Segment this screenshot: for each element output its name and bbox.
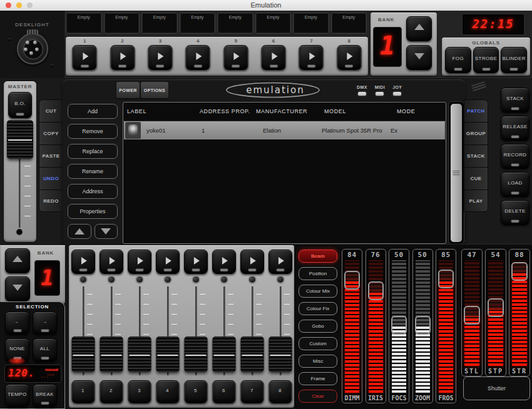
parameter-meter[interactable]: 88 STR bbox=[509, 249, 530, 376]
group-colour-mix-button[interactable]: Colour Mix bbox=[299, 285, 337, 298]
preset-empty-button[interactable]: Empty bbox=[255, 13, 292, 34]
strip-knob[interactable] bbox=[136, 276, 143, 283]
strip-fader-handle[interactable] bbox=[184, 336, 207, 372]
scroll-down-button[interactable] bbox=[95, 224, 118, 239]
strip-knob[interactable] bbox=[193, 276, 199, 283]
strip-number-button[interactable]: 3 bbox=[128, 380, 151, 403]
strip-fader-handle[interactable] bbox=[212, 336, 235, 372]
strip-play-button[interactable] bbox=[71, 250, 95, 274]
scroll-up-button[interactable] bbox=[68, 224, 91, 239]
meter-fader-handle[interactable] bbox=[344, 271, 360, 290]
strip-play-button[interactable] bbox=[184, 250, 208, 274]
patch-row-selected[interactable]: yoke01 1 Elation Platinum Spot 35R Pro E… bbox=[124, 121, 445, 139]
options-button[interactable]: OPTIONS bbox=[141, 82, 168, 98]
select-previous-button[interactable]: ← bbox=[5, 311, 29, 335]
meter-fader-handle[interactable] bbox=[511, 262, 528, 281]
parameter-meter[interactable]: 76 IRIS bbox=[366, 249, 386, 403]
play-button[interactable] bbox=[262, 45, 286, 70]
meter-fader-handle[interactable] bbox=[391, 316, 407, 335]
preset-empty-button[interactable]: Empty bbox=[104, 13, 140, 34]
strip-fader-handle[interactable] bbox=[100, 336, 123, 372]
bank-up-button[interactable] bbox=[406, 16, 432, 41]
strip-play-button[interactable] bbox=[156, 250, 180, 274]
tab-patch[interactable]: PATCH bbox=[464, 99, 488, 122]
meter-fader-handle[interactable] bbox=[464, 306, 480, 325]
strip-fader-handle[interactable] bbox=[71, 336, 95, 372]
select-all-button[interactable]: ALL bbox=[33, 338, 57, 362]
strip-number-button[interactable]: 2 bbox=[100, 380, 123, 403]
strip-play-button[interactable] bbox=[269, 250, 292, 274]
strip-knob[interactable] bbox=[249, 276, 255, 283]
group-gobo-button[interactable]: Gobo bbox=[299, 320, 337, 333]
bank-down-button[interactable] bbox=[406, 45, 432, 70]
group-custom-button[interactable]: Custom bbox=[299, 337, 337, 350]
meter-fader-handle[interactable] bbox=[438, 270, 454, 288]
play-button[interactable] bbox=[337, 45, 361, 70]
play-button[interactable] bbox=[73, 45, 97, 70]
meter-fader-handle[interactable] bbox=[488, 298, 504, 317]
patch-action-button[interactable]: Properties bbox=[68, 204, 118, 219]
side-hard-button[interactable]: STACK bbox=[501, 88, 529, 113]
strip-number-button[interactable]: 1 bbox=[71, 380, 95, 403]
group-frame-button[interactable]: Frame bbox=[299, 372, 337, 385]
select-next-button[interactable]: → bbox=[33, 311, 57, 335]
patch-table-scrollbar[interactable] bbox=[448, 101, 464, 245]
strip-number-button[interactable]: 8 bbox=[269, 380, 292, 403]
bank2-down-button[interactable] bbox=[5, 276, 30, 301]
strip-fader-handle[interactable] bbox=[128, 336, 151, 372]
strip-fader-handle[interactable] bbox=[269, 336, 292, 372]
strip-number-button[interactable]: 6 bbox=[212, 380, 235, 403]
strip-knob[interactable] bbox=[108, 276, 115, 283]
play-button[interactable] bbox=[148, 45, 172, 70]
side-hard-button[interactable]: RELEASE bbox=[501, 116, 529, 141]
group-beam-button[interactable]: Beam bbox=[299, 250, 337, 263]
tab-redo[interactable]: REDO bbox=[39, 189, 63, 212]
tab-undo[interactable]: UNDO bbox=[39, 167, 63, 189]
play-button[interactable] bbox=[299, 45, 324, 70]
break-button[interactable]: BREAK bbox=[33, 384, 57, 407]
shutter-button[interactable]: Shutter bbox=[463, 376, 530, 400]
tab-cut[interactable]: CUT bbox=[39, 99, 63, 122]
strip-knob[interactable] bbox=[165, 276, 171, 283]
patch-action-button[interactable]: Remove bbox=[68, 124, 118, 139]
strip-play-button[interactable] bbox=[128, 250, 151, 274]
parameter-meter[interactable]: 47 STL bbox=[461, 249, 483, 376]
strip-number-button[interactable]: 7 bbox=[240, 380, 263, 403]
bank2-up-button[interactable] bbox=[5, 248, 30, 273]
global-button[interactable]: STROBE bbox=[473, 47, 499, 73]
meter-fader-handle[interactable] bbox=[368, 281, 384, 300]
meter-fader-handle[interactable] bbox=[415, 316, 431, 335]
strip-knob[interactable] bbox=[277, 276, 284, 283]
tempo-button[interactable]: TEMPO bbox=[5, 384, 29, 407]
strip-play-button[interactable] bbox=[212, 250, 236, 274]
parameter-meter[interactable]: 85 FROS bbox=[436, 249, 456, 403]
power-button[interactable]: POWER bbox=[116, 82, 140, 98]
preset-empty-button[interactable]: Empty bbox=[141, 13, 178, 34]
global-button[interactable]: BLINDER bbox=[501, 47, 527, 73]
side-hard-button[interactable]: LOAD bbox=[501, 172, 529, 197]
tab-paste[interactable]: PASTE bbox=[39, 144, 63, 167]
preset-empty-button[interactable]: Empty bbox=[331, 13, 367, 34]
group-position-button[interactable]: Position bbox=[299, 267, 337, 280]
play-button[interactable] bbox=[186, 45, 210, 70]
group-misc-button[interactable]: Misc bbox=[299, 355, 337, 368]
strip-play-button[interactable] bbox=[100, 250, 123, 274]
parameter-meter[interactable]: 50 FOCS bbox=[389, 249, 409, 403]
global-button[interactable]: FOG bbox=[445, 47, 471, 73]
strip-knob[interactable] bbox=[221, 276, 227, 283]
clear-button[interactable]: Clear bbox=[299, 390, 337, 403]
strip-fader-handle[interactable] bbox=[240, 336, 263, 372]
tab-cue[interactable]: CUE bbox=[464, 167, 488, 189]
strip-play-button[interactable] bbox=[240, 250, 264, 274]
tab-stack[interactable]: STACK bbox=[464, 144, 488, 167]
preset-empty-button[interactable]: Empty bbox=[217, 13, 253, 34]
group-colour-fix-button[interactable]: Colour Fix bbox=[299, 302, 337, 315]
blackout-button[interactable]: B.O. bbox=[8, 92, 32, 118]
patch-action-button[interactable]: Replace bbox=[68, 144, 118, 159]
preset-empty-button[interactable]: Empty bbox=[180, 13, 216, 34]
strip-number-button[interactable]: 5 bbox=[184, 380, 207, 403]
play-button[interactable] bbox=[223, 45, 248, 70]
tab-group[interactable]: GROUP bbox=[464, 122, 488, 144]
tab-copy[interactable]: COPY bbox=[39, 122, 63, 144]
parameter-meter[interactable]: 54 STP bbox=[485, 249, 506, 376]
